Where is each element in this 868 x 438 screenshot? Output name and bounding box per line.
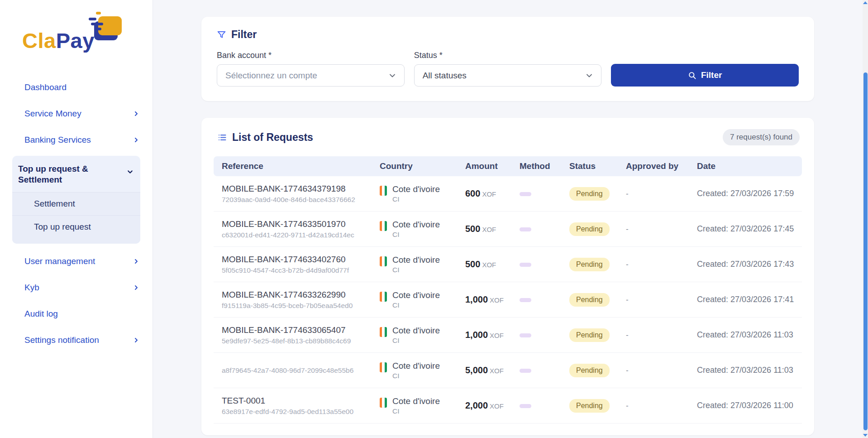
request-reference: MOBILE-BANK-1774633065407 — [222, 325, 380, 335]
request-reference: MOBILE-BANK-1774634379198 — [222, 184, 380, 194]
request-uuid: f915119a-3b85-4c95-bceb-7b05eaa54ed0 — [222, 302, 380, 310]
table-row[interactable]: MOBILE-BANK-1774633262990f915119a-3b85-4… — [214, 282, 802, 318]
country-code: CI — [392, 372, 440, 380]
cote-divoire-flag-icon — [380, 398, 387, 408]
sidebar-item-settings-notification[interactable]: Settings notification — [0, 327, 153, 353]
table-row[interactable]: MOBILE-BANK-1774633501970c632001d-ed41-4… — [214, 212, 802, 247]
status-badge: Pending — [569, 187, 610, 201]
status-select[interactable]: All statuses — [414, 64, 602, 87]
chevron-down-icon — [388, 71, 397, 80]
chevron-down-icon — [585, 71, 594, 80]
column-header-approved-by: Approved by — [626, 161, 697, 171]
sidebar-item-banking-services[interactable]: Banking Services — [0, 127, 153, 153]
sidebar-item-label: Settings notification — [24, 335, 99, 345]
country-name: Cote d'ivoire — [392, 184, 440, 194]
method-placeholder-pill — [520, 404, 531, 408]
status-label: Status * — [414, 51, 602, 60]
sidebar-submenu: Settlement Top up request — [12, 192, 140, 244]
scrollbar-thumb[interactable] — [863, 72, 868, 430]
bank-account-select[interactable]: Sélectionnez un compte — [217, 64, 405, 87]
list-title: List of Requests — [232, 131, 313, 144]
amount-currency: XOF — [490, 367, 504, 375]
chevron-right-icon — [133, 258, 140, 265]
country-name: Cote d'ivoire — [392, 220, 440, 230]
method-placeholder-pill — [520, 192, 531, 196]
sidebar-item-service-money[interactable]: Service Money — [0, 101, 153, 127]
column-header-amount: Amount — [465, 161, 520, 171]
approved-by-value: - — [626, 295, 697, 304]
column-header-status: Status — [569, 161, 626, 171]
column-header-country: Country — [380, 161, 465, 171]
method-placeholder-pill — [520, 333, 531, 337]
column-header-method: Method — [520, 161, 569, 171]
created-date: Created: 27/03/2026 11:03 — [697, 366, 802, 375]
table-row[interactable]: a8f79645-42a7-4080-96d7-2099c48e55b6 Cot… — [214, 353, 802, 388]
status-badge: Pending — [569, 222, 610, 236]
filter-funnel-icon — [217, 30, 226, 39]
chevron-right-icon — [133, 337, 140, 344]
country-name: Cote d'ivoire — [392, 326, 440, 336]
sidebar-group-topup-settlement: Top up request & Settlement Settlement T… — [12, 156, 140, 244]
sidebar-item-label: Audit log — [24, 309, 58, 319]
sidebar-item-user-management[interactable]: User management — [0, 248, 153, 274]
vertical-scrollbar[interactable] — [863, 0, 868, 438]
method-placeholder-pill — [520, 227, 531, 231]
created-date: Created: 27/03/2026 11:00 — [697, 401, 802, 410]
column-header-date: Date — [697, 161, 802, 171]
brand-name: ClaPay — [22, 28, 153, 53]
method-placeholder-pill — [520, 298, 531, 302]
filter-button[interactable]: Filter — [611, 64, 799, 87]
approved-by-value: - — [626, 260, 697, 269]
created-date: Created: 27/03/2026 17:41 — [697, 295, 802, 304]
search-icon — [688, 71, 696, 80]
table-row[interactable]: MOBILE-BANK-177463437919872039aac-0a9d-4… — [214, 176, 802, 212]
status-badge: Pending — [569, 364, 610, 377]
status-selected-value: All statuses — [423, 71, 467, 81]
country-code: CI — [392, 266, 440, 274]
sidebar-item-kyb[interactable]: Kyb — [0, 274, 153, 301]
scroll-up-arrow-icon[interactable] — [863, 1, 868, 4]
sidebar-item-label: Service Money — [24, 109, 81, 119]
table-row[interactable]: MOBILE-BANK-17746334027605f05c910-4547-4… — [214, 247, 802, 282]
sidebar-item-settlement[interactable]: Settlement — [12, 193, 140, 215]
chevron-down-icon — [126, 168, 134, 176]
list-of-requests-card: List of Requests 7 request(s) found Refe… — [201, 118, 814, 435]
method-placeholder-pill — [520, 263, 531, 267]
created-date: Created: 27/03/2026 17:59 — [697, 189, 802, 198]
scroll-down-arrow-icon[interactable] — [863, 434, 868, 437]
chevron-right-icon — [133, 136, 140, 144]
status-badge: Pending — [569, 399, 610, 413]
sidebar-item-label: Kyb — [24, 283, 39, 293]
amount-currency: XOF — [490, 332, 504, 339]
cote-divoire-flag-icon — [380, 292, 387, 302]
sidebar-item-dashboard[interactable]: Dashboard — [0, 74, 153, 101]
sidebar-item-audit-log[interactable]: Audit log — [0, 301, 153, 327]
table-row[interactable]: MOBILE-BANK-17746330654075e9dfe97-5e25-4… — [214, 318, 802, 353]
filter-button-label: Filter — [701, 70, 722, 80]
amount-value: 600 — [465, 188, 480, 198]
request-uuid: 5e9dfe97-5e25-48ef-8b13-cb89b88c4c69 — [222, 337, 380, 345]
filter-card: Filter Bank account * Sélectionnez un co… — [201, 17, 814, 101]
sidebar-nav: Dashboard Service Money Banking Services… — [0, 74, 153, 353]
filter-title: Filter — [231, 29, 257, 41]
request-uuid: a8f79645-42a7-4080-96d7-2099c48e55b6 — [222, 366, 380, 375]
sidebar: ClaPay Dashboard Service Money Banking S… — [0, 0, 153, 438]
approved-by-value: - — [626, 331, 697, 340]
request-reference: MOBILE-BANK-1774633501970 — [222, 219, 380, 229]
chevron-right-icon — [133, 284, 140, 291]
created-date: Created: 27/03/2026 17:43 — [697, 260, 802, 269]
sidebar-group-header[interactable]: Top up request & Settlement — [12, 156, 140, 192]
cote-divoire-flag-icon — [380, 327, 387, 337]
table-row[interactable]: TEST-000163e8917e-edfd-4792-9ad5-0ed113a… — [214, 388, 802, 424]
column-header-reference: Reference — [222, 161, 380, 171]
amount-value: 5,000 — [465, 365, 488, 375]
approved-by-value: - — [626, 366, 697, 375]
sidebar-item-top-up-request[interactable]: Top up request — [12, 215, 140, 238]
request-uuid: 5f05c910-4547-4cc3-b72b-d4d9af00d77f — [222, 266, 380, 274]
bank-account-label: Bank account * — [217, 51, 405, 60]
brand-logo[interactable]: ClaPay — [0, 0, 153, 68]
amount-value: 1,000 — [465, 330, 488, 340]
amount-value: 500 — [465, 224, 480, 234]
approved-by-value: - — [626, 401, 697, 410]
request-count-badge: 7 request(s) found — [723, 129, 800, 145]
